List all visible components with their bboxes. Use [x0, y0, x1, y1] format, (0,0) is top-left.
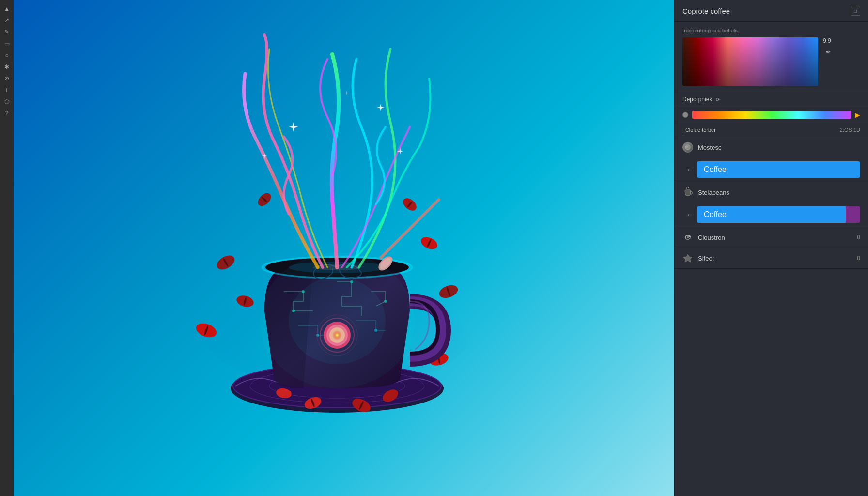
- coffee-arrow-1: ←: [686, 166, 693, 173]
- layer-group-stelabeans: Stelabeans ← Coffee: [675, 182, 868, 227]
- toolbar-path[interactable]: ⊘: [2, 74, 12, 83]
- layer-group-header-mostesc[interactable]: Mostesc: [675, 137, 868, 157]
- color-strip-section: ▶: [675, 107, 868, 123]
- color-value-text: 9.9: [823, 37, 831, 44]
- layer-group-header-stelabeans[interactable]: Stelabeans: [675, 182, 868, 202]
- svg-point-54: [687, 236, 689, 238]
- toolbar-text[interactable]: T: [2, 85, 12, 95]
- layer-name-sifeo: Sifeo:: [698, 255, 852, 262]
- layer-group-cloustron: Cloustron 0: [675, 227, 868, 248]
- layer-icon-sifeo: [682, 253, 693, 264]
- layer-name-cloustron: Cloustron: [698, 234, 852, 241]
- layer-count-cloustron: 0: [857, 234, 860, 241]
- left-toolbar: ▲ ↗ ✎ ▭ ○ ✱ ⊘ T ⬡ ?: [0, 0, 14, 496]
- color-circle-indicator: [682, 112, 688, 118]
- layer-section-title: | Clolae torber: [682, 127, 716, 133]
- coffee-tag-partial-2[interactable]: Coffee: [697, 206, 860, 223]
- panel-header-icon[interactable]: □: [851, 6, 860, 16]
- panel-title: Coprote coffee: [682, 7, 730, 15]
- toolbar-star[interactable]: ✱: [2, 62, 12, 72]
- eyedropper-icon[interactable]: ✒: [825, 48, 831, 56]
- right-panel: Coprote coffee □ Irdconutong cea befiels…: [674, 0, 868, 496]
- dropdown-section[interactable]: Deporpniek ⟳: [675, 92, 868, 107]
- layer-group-sifeo: Sifeo: 0: [675, 248, 868, 269]
- dropdown-label: Deporpniek: [682, 96, 712, 103]
- toolbar-transform[interactable]: ↗: [2, 16, 12, 25]
- color-picker-section: Irdconutong cea befiels. 9.9 ✒: [675, 22, 868, 92]
- dropdown-arrow-icon: ⟳: [716, 97, 720, 102]
- layer-icon-mostesc: [682, 142, 693, 153]
- svg-point-51: [289, 277, 386, 364]
- layer-section-header: | Clolae torber 2:OS 1D: [675, 123, 868, 137]
- coffee-tag-purple-2: [846, 206, 860, 223]
- color-strip[interactable]: [692, 111, 851, 119]
- toolbar-pen[interactable]: ✎: [2, 27, 12, 37]
- toolbar-select[interactable]: ▲: [2, 4, 12, 14]
- color-section-label: Irdconutong cea befiels.: [682, 28, 860, 33]
- color-value-display: 9.9 ✒: [823, 37, 831, 56]
- coffee-arrow-2: ←: [686, 211, 693, 218]
- layer-group-header-cloustron[interactable]: Cloustron 0: [675, 227, 868, 248]
- strip-arrow-icon[interactable]: ▶: [855, 111, 860, 119]
- layer-icon-cloustron: [682, 232, 693, 243]
- color-picker-row: 9.9 ✒: [682, 37, 860, 86]
- coffee-label-row-1: ← Coffee: [675, 157, 868, 182]
- toolbar-help[interactable]: ?: [2, 108, 12, 118]
- toolbar-rect[interactable]: ▭: [2, 39, 12, 48]
- toolbar-polygon[interactable]: ⬡: [2, 97, 12, 107]
- toolbar-ellipse[interactable]: ○: [2, 50, 12, 60]
- coffee-tag-1[interactable]: Coffee: [697, 161, 860, 178]
- svg-point-53: [685, 146, 688, 148]
- layer-group-header-sifeo[interactable]: Sifeo: 0: [675, 248, 868, 268]
- canvas-background: [0, 0, 674, 496]
- layer-count-sifeo: 0: [857, 255, 860, 262]
- layer-icon-stelabeans: [682, 187, 693, 198]
- coffee-illustration: [168, 30, 507, 466]
- coffee-tag-blue-2[interactable]: Coffee: [697, 206, 846, 223]
- layer-name-stelabeans: Stelabeans: [698, 189, 860, 196]
- layer-section-info: 2:OS 1D: [840, 127, 860, 133]
- layer-group-mostesc: Mostesc ← Coffee: [675, 137, 868, 182]
- layer-name-mostesc: Mostesc: [698, 144, 860, 151]
- panel-header: Coprote coffee □: [675, 0, 868, 22]
- coffee-label-row-2: ← Coffee: [675, 202, 868, 227]
- color-gradient-picker[interactable]: [682, 37, 818, 86]
